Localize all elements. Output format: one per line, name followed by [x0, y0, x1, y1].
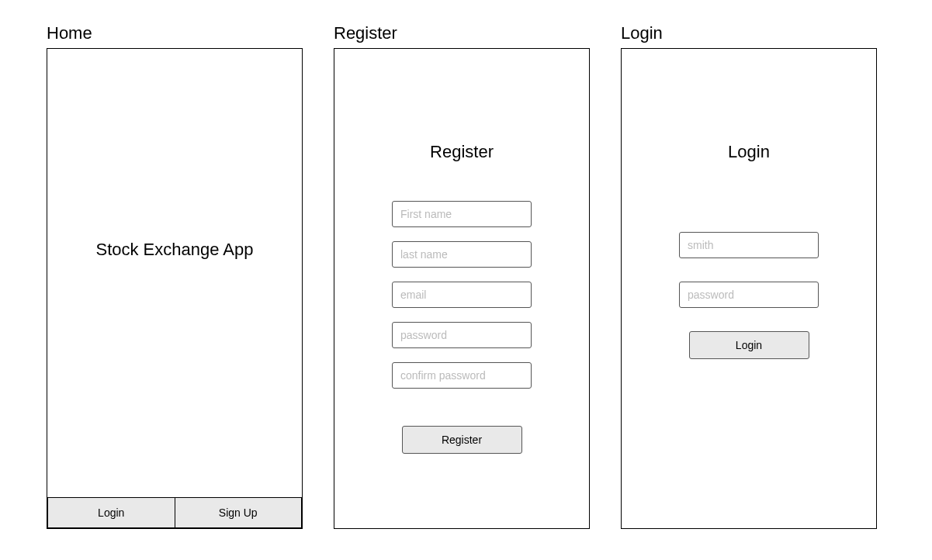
login-button[interactable]: Login [689, 331, 809, 359]
home-footer: Login Sign Up [47, 497, 302, 528]
login-screen-wrap: Login Login Login [621, 23, 877, 529]
register-screen-label: Register [334, 23, 590, 43]
password-field[interactable] [392, 322, 532, 348]
home-screen: Stock Exchange App Login Sign Up [47, 48, 303, 529]
register-heading: Register [430, 142, 494, 162]
login-username-field[interactable] [679, 232, 819, 258]
home-signup-button[interactable]: Sign Up [175, 497, 303, 528]
login-heading: Login [728, 142, 770, 162]
home-screen-wrap: Home Stock Exchange App Login Sign Up [47, 23, 303, 529]
login-screen: Login Login [621, 48, 877, 529]
home-center: Stock Exchange App [47, 49, 302, 497]
register-screen-wrap: Register Register Register [334, 23, 590, 529]
confirm-password-field[interactable] [392, 362, 532, 389]
last-name-field[interactable] [392, 241, 532, 268]
register-screen: Register Register [334, 48, 590, 529]
home-screen-label: Home [47, 23, 303, 43]
login-password-field[interactable] [679, 282, 819, 308]
home-app-title: Stock Exchange App [95, 240, 253, 260]
login-screen-label: Login [621, 23, 877, 43]
login-form: Login Login [622, 49, 876, 359]
email-field[interactable] [392, 282, 532, 308]
home-login-button[interactable]: Login [47, 497, 175, 528]
register-form: Register Register [334, 49, 589, 454]
register-button[interactable]: Register [402, 426, 522, 454]
first-name-field[interactable] [392, 201, 532, 227]
